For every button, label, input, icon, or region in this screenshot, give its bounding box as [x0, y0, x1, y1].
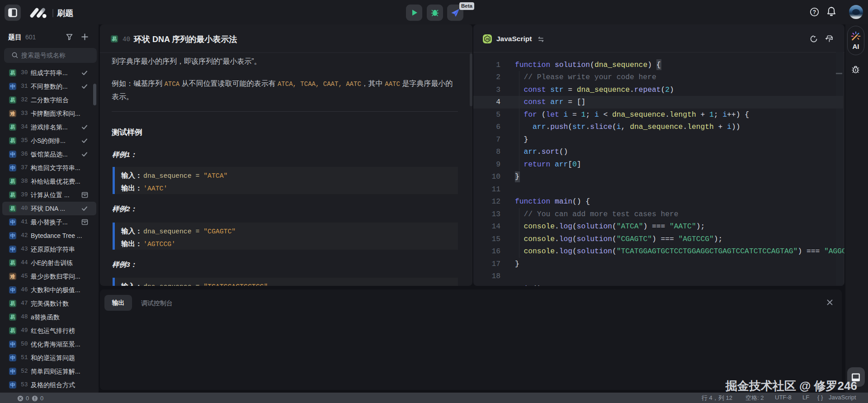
- svg-text:?: ?: [813, 9, 816, 15]
- svg-text:JS: JS: [485, 37, 489, 41]
